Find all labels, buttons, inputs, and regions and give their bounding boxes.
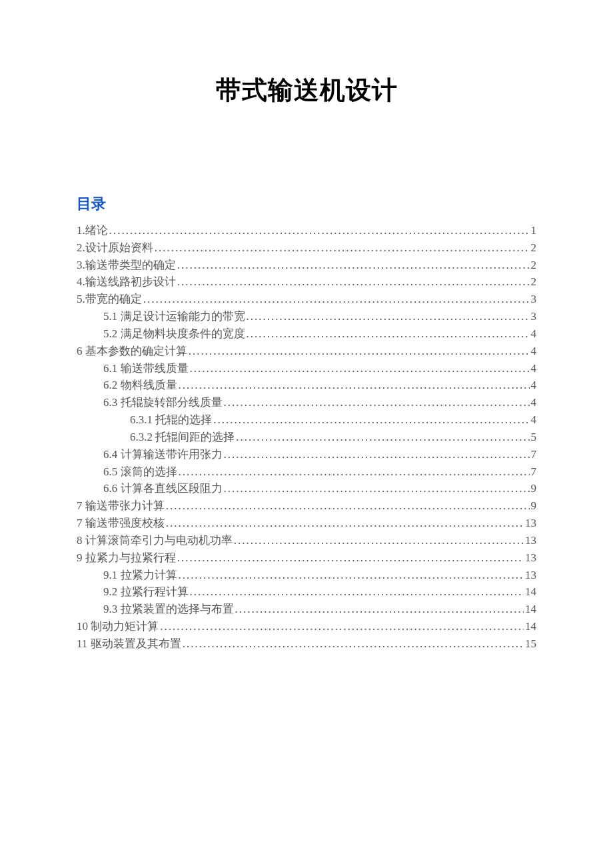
toc-entry-page: 5 — [531, 429, 537, 446]
toc-dots — [234, 532, 524, 549]
toc-heading: 目录 — [77, 194, 536, 214]
document-page: 带式输送机设计 目录 1.绪论12.设计原始资料23.输送带类型的确定24.输送… — [0, 0, 613, 653]
toc-entry-label: 2.设计原始资料 — [77, 239, 153, 257]
toc-dots — [224, 480, 530, 497]
toc-dots — [109, 222, 530, 239]
toc-entry-label: 7 输送带强度校核 — [77, 515, 165, 532]
toc-entry-label: 5.2 满足物料块度条件的宽度 — [103, 325, 245, 343]
toc-dots — [179, 567, 524, 584]
toc-dots — [179, 463, 530, 481]
toc-entry-label: 6.4 计算输送带许用张力 — [103, 446, 223, 463]
toc-entry: 6.3 托辊旋转部分线质量4 — [77, 394, 536, 411]
toc-entry: 4.输送线路初步设计2 — [77, 273, 536, 291]
toc-entry-label: 1.绪论 — [77, 222, 108, 239]
toc-entry-label: 6.3.1 托辊的选择 — [130, 411, 212, 429]
toc-dots — [166, 497, 530, 515]
toc-entry-page: 13 — [525, 515, 536, 532]
toc-entry: 1.绪论1 — [77, 222, 536, 239]
toc-dots — [235, 601, 524, 618]
toc-entry-page: 4 — [531, 325, 537, 343]
toc-entry-page: 3 — [531, 308, 537, 325]
toc-entry-label: 3.输送带类型的确定 — [77, 257, 176, 274]
toc-entry-page: 4 — [531, 394, 537, 411]
toc-entry-label: 11 驱动装置及其布置 — [77, 635, 181, 653]
toc-entry-page: 9 — [531, 480, 537, 497]
toc-entry-label: 9 拉紧力与拉紧行程 — [77, 549, 176, 567]
toc-entry: 6.1 输送带线质量4 — [77, 360, 536, 377]
toc-entry: 6.5 滚筒的选择7 — [77, 463, 536, 481]
toc-dots — [224, 394, 530, 411]
toc-entry: 9.1 拉紧力计算13 — [77, 567, 536, 584]
toc-entry-label: 10 制动力矩计算 — [77, 618, 159, 635]
toc-entry: 5.带宽的确定3 — [77, 291, 536, 308]
toc-entry-page: 7 — [531, 463, 537, 481]
toc-dots — [177, 273, 530, 291]
toc-entry-label: 7 输送带张力计算 — [77, 497, 165, 515]
toc-dots — [236, 429, 529, 446]
toc-entry-page: 15 — [525, 635, 536, 653]
toc-entry-page: 14 — [525, 601, 536, 618]
toc-dots — [177, 257, 530, 274]
toc-entry: 6.4 计算输送带许用张力7 — [77, 446, 536, 463]
toc-entry: 11 驱动装置及其布置15 — [77, 635, 536, 653]
toc-dots — [213, 411, 529, 429]
toc-entry-page: 13 — [525, 549, 536, 567]
toc-entry: 5.1 满足设计运输能力的带宽3 — [77, 308, 536, 325]
toc-entry-page: 13 — [525, 567, 536, 584]
toc-entry: 7 输送带强度校核13 — [77, 515, 536, 532]
toc-entry-page: 13 — [525, 532, 536, 549]
toc-entry: 6.3.2 托辊间距的选择5 — [77, 429, 536, 446]
toc-dots — [160, 618, 524, 635]
toc-entry-label: 6.6 计算各直线区段阻力 — [103, 480, 223, 497]
toc-entry: 6.6 计算各直线区段阻力9 — [77, 480, 536, 497]
toc-entry-label: 6.2 物料线质量 — [103, 377, 177, 394]
toc-entry-label: 9.1 拉紧力计算 — [103, 567, 177, 584]
toc-entry: 6 基本参数的确定计算4 — [77, 343, 536, 360]
toc-dots — [143, 291, 530, 308]
toc-dots — [166, 515, 524, 532]
toc-entry-page: 4 — [531, 411, 537, 429]
toc-entry: 7 输送带张力计算9 — [77, 497, 536, 515]
toc-dots — [179, 377, 530, 394]
toc-entry-page: 9 — [531, 497, 537, 515]
toc-entry: 9.3 拉紧装置的选择与布置14 — [77, 601, 536, 618]
toc-dots — [190, 583, 524, 601]
toc-entry-label: 6.5 滚筒的选择 — [103, 463, 177, 481]
toc-entry-label: 6.3.2 托辊间距的选择 — [130, 429, 235, 446]
toc-entry-page: 3 — [531, 291, 537, 308]
toc-entry: 10 制动力矩计算14 — [77, 618, 536, 635]
toc-entry: 8 计算滚筒牵引力与电动机功率13 — [77, 532, 536, 549]
toc-entry: 2.设计原始资料2 — [77, 239, 536, 257]
toc-entry-label: 5.带宽的确定 — [77, 291, 142, 308]
toc-entry: 6.3.1 托辊的选择4 — [77, 411, 536, 429]
toc-entry-label: 9.3 拉紧装置的选择与布置 — [103, 601, 234, 618]
toc-entry-label: 4.输送线路初步设计 — [77, 273, 176, 291]
toc-dots — [247, 325, 530, 343]
toc-entry-page: 14 — [525, 583, 536, 601]
toc-entry-page: 14 — [525, 618, 536, 635]
toc-entry: 3.输送带类型的确定2 — [77, 257, 536, 274]
toc-dots — [155, 239, 530, 257]
toc-entry: 5.2 满足物料块度条件的宽度4 — [77, 325, 536, 343]
toc-dots — [189, 343, 530, 360]
toc-entry-label: 6.1 输送带线质量 — [103, 360, 189, 377]
toc-dots — [183, 635, 524, 653]
toc-dots — [177, 549, 524, 567]
toc-entry: 9.2 拉紧行程计算14 — [77, 583, 536, 601]
toc-entry-label: 6 基本参数的确定计算 — [77, 343, 187, 360]
toc-entry-page: 4 — [531, 360, 537, 377]
document-title: 带式输送机设计 — [77, 73, 536, 107]
toc-entry: 6.2 物料线质量4 — [77, 377, 536, 394]
toc-entry-page: 2 — [531, 273, 537, 291]
toc-entry-label: 5.1 满足设计运输能力的带宽 — [103, 308, 245, 325]
toc-entry-label: 6.3 托辊旋转部分线质量 — [103, 394, 223, 411]
toc-entry-label: 9.2 拉紧行程计算 — [103, 583, 189, 601]
toc-entry-page: 7 — [531, 446, 537, 463]
toc-entry-page: 1 — [531, 222, 537, 239]
toc-dots — [224, 446, 530, 463]
toc-entry-page: 4 — [531, 343, 537, 360]
toc-dots — [190, 360, 530, 377]
toc-entry-label: 8 计算滚筒牵引力与电动机功率 — [77, 532, 233, 549]
toc-dots — [247, 308, 530, 325]
toc-entry-page: 4 — [531, 377, 537, 394]
